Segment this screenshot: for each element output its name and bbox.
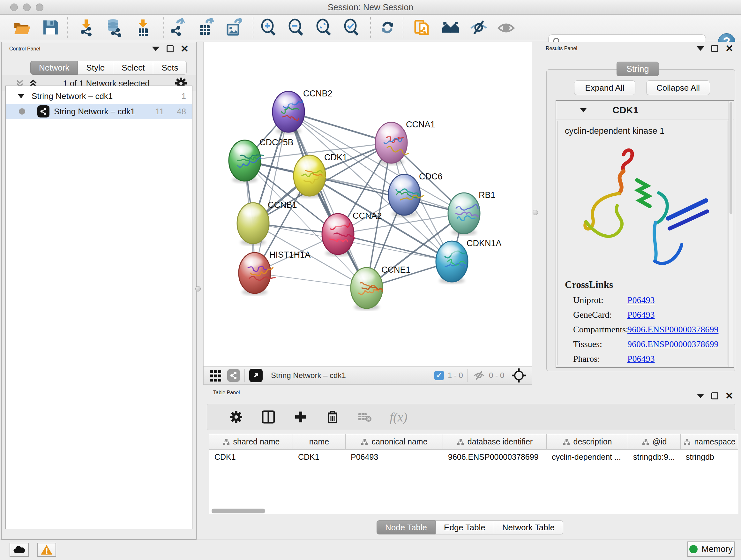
show-columns-icon[interactable]	[261, 409, 276, 425]
export-network-button[interactable]	[167, 18, 186, 37]
open-session-button[interactable]	[12, 18, 31, 37]
grid-view-icon[interactable]	[209, 368, 223, 382]
column-header-name[interactable]: name	[293, 434, 346, 449]
network-edge[interactable]	[255, 112, 288, 273]
table-panel-menu-icon[interactable]	[697, 394, 704, 398]
table-options-gear-icon[interactable]	[229, 410, 244, 424]
column-header-description[interactable]: description	[547, 434, 628, 449]
network-node[interactable]: CCNB1	[237, 200, 297, 246]
cloud-status-button[interactable]	[10, 543, 29, 557]
control-panel-menu-icon[interactable]	[152, 47, 159, 51]
tab-edge-table[interactable]: Edge Table	[435, 520, 494, 535]
table-panel-close-icon[interactable]: ✕	[725, 392, 733, 399]
birds-eye-view-icon[interactable]	[511, 368, 527, 383]
tab-select[interactable]: Select	[113, 61, 153, 75]
zoom-selected-icon	[342, 18, 361, 37]
results-panel-close-icon[interactable]: ✕	[725, 45, 733, 52]
table-cell[interactable]: stringdb:9...	[628, 449, 681, 464]
network-edge[interactable]	[288, 112, 367, 288]
import-network-button[interactable]	[77, 18, 96, 37]
table-cell[interactable]: cyclin-dependent ...	[547, 449, 628, 464]
results-panel-float-icon[interactable]	[711, 45, 718, 52]
column-header-shared-name[interactable]: shared name	[209, 434, 293, 449]
crosslink-link[interactable]: P06493	[627, 310, 655, 320]
network-node[interactable]: CCNB2	[273, 89, 333, 134]
network-node[interactable]: RB1	[448, 190, 495, 236]
detach-view-icon[interactable]	[249, 369, 263, 382]
network-edge[interactable]	[255, 273, 367, 288]
network-node[interactable]: CDC25B	[229, 138, 293, 183]
protein-name: CDK1	[612, 105, 638, 116]
tab-string[interactable]: String	[616, 62, 659, 76]
column-header--id[interactable]: @id	[628, 434, 681, 449]
tree-expander-icon[interactable]	[17, 93, 25, 99]
first-neighbors-button[interactable]	[441, 18, 460, 37]
expand-all-button[interactable]: Expand All	[574, 80, 635, 95]
control-panel-close-icon[interactable]: ✕	[181, 45, 189, 52]
right-splitter-handle[interactable]	[533, 210, 538, 215]
network-node[interactable]: CDKN1A	[436, 239, 502, 284]
section-collapse-icon[interactable]	[579, 107, 588, 113]
protein-section-header[interactable]: CDK1	[556, 101, 734, 119]
clone-network-button[interactable]	[412, 18, 431, 37]
delete-table-icon	[357, 411, 373, 423]
network-collection-row[interactable]: String Network – cdk1 1	[6, 88, 192, 104]
crosslink-link[interactable]: P06493	[627, 354, 655, 364]
table-cell[interactable]: stringdb	[681, 449, 738, 464]
add-icon[interactable]	[293, 410, 308, 424]
memory-button[interactable]: Memory	[687, 542, 735, 557]
refresh-button[interactable]	[378, 18, 397, 37]
table-row[interactable]: CDK1CDK1P064939606.ENSP00000378699cyclin…	[209, 449, 738, 464]
tab-sets[interactable]: Sets	[153, 61, 187, 75]
zoom-fit-button[interactable]	[314, 18, 333, 37]
tab-network[interactable]: Network	[30, 61, 78, 75]
network-node[interactable]: CDK1	[293, 152, 347, 198]
crosslink-label: Uniprot:	[573, 295, 627, 305]
network-view-icon[interactable]	[227, 369, 240, 382]
network-row-selected[interactable]: String Network – cdk1 11 48	[6, 104, 192, 119]
import-table-button[interactable]	[133, 18, 152, 37]
crosslink-link[interactable]: P06493	[627, 295, 655, 305]
zoom-in-button[interactable]	[259, 18, 278, 37]
left-splitter-handle[interactable]	[195, 286, 201, 292]
warnings-button[interactable]	[37, 543, 56, 557]
export-image-button[interactable]	[223, 18, 243, 37]
results-panel-menu-icon[interactable]	[697, 46, 704, 51]
string-network-icon	[37, 105, 50, 118]
network-node[interactable]: CCNE1	[351, 265, 411, 310]
table-cell[interactable]: CDK1	[209, 449, 293, 464]
tab-network-table[interactable]: Network Table	[494, 520, 563, 535]
zoom-out-button[interactable]	[286, 18, 306, 37]
column-header-database-identifier[interactable]: database identifier	[443, 434, 547, 449]
hide-selected-button[interactable]	[469, 18, 488, 37]
results-scrollbar-thumb[interactable]	[730, 102, 732, 214]
show-all-button[interactable]	[496, 18, 516, 37]
control-panel-float-icon[interactable]	[166, 45, 174, 52]
crosslink-link[interactable]: 9606.ENSP00000378699	[627, 339, 718, 349]
collapse-all-button[interactable]: Collapse All	[646, 80, 710, 95]
network-graph[interactable]: CCNB2CCNA1CDC25BCDK1CDC6RB1CCNB1CCNA2CDK…	[204, 42, 532, 366]
network-list: String Network – cdk1 1 String Network –…	[5, 85, 192, 530]
table-cell[interactable]: CDK1	[293, 449, 346, 464]
toolbar-separator	[403, 17, 403, 38]
table-cell[interactable]: 9606.ENSP00000378699	[443, 449, 547, 464]
table-cell[interactable]: P06493	[346, 449, 443, 464]
network-node[interactable]: HIST1H1A	[239, 250, 311, 295]
trash-icon[interactable]	[325, 409, 340, 425]
import-network-from-database-button[interactable]	[105, 18, 124, 37]
column-header-namespace[interactable]: namespace	[681, 434, 738, 449]
network-node[interactable]: CCNA1	[375, 120, 435, 165]
save-session-button[interactable]	[41, 18, 60, 37]
column-header-canonical-name[interactable]: canonical name	[346, 434, 443, 449]
crosslink-link[interactable]: 9606.ENSP00000378699	[627, 324, 718, 334]
tab-node-table[interactable]: Node Table	[377, 520, 435, 535]
table-panel-float-icon[interactable]	[711, 392, 718, 399]
node-table[interactable]: shared namenamecanonical namedatabase id…	[209, 434, 738, 514]
results-scrollbar[interactable]	[729, 101, 733, 367]
tab-style[interactable]: Style	[78, 61, 113, 75]
export-table-button[interactable]	[195, 18, 214, 37]
table-horizontal-scrollbar-thumb[interactable]	[212, 509, 265, 513]
selected-checkbox-icon[interactable]: ✓	[434, 371, 444, 380]
zoom-selected-button[interactable]	[342, 18, 361, 37]
network-canvas[interactable]: CCNB2CCNA1CDC25BCDK1CDC6RB1CCNB1CCNA2CDK…	[203, 42, 532, 366]
